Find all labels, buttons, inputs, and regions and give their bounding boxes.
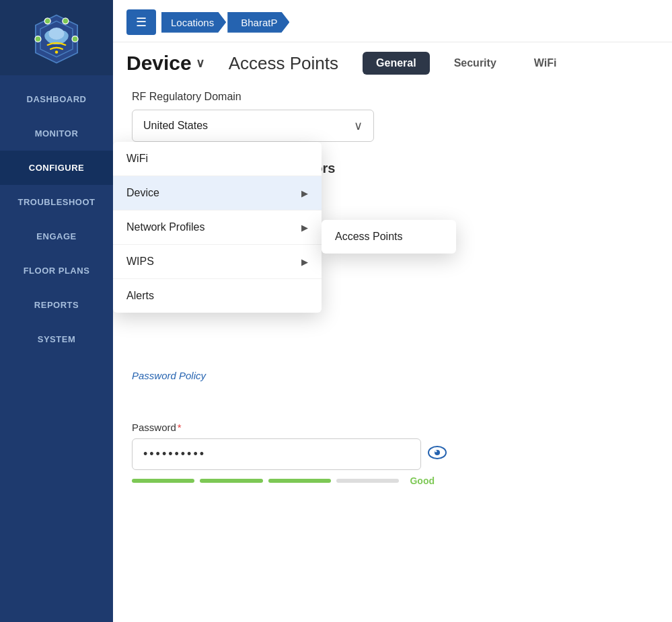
- svg-point-13: [435, 450, 437, 452]
- device-submenu: Access Points: [322, 220, 456, 254]
- required-star: *: [178, 422, 182, 433]
- rf-domain-chevron-icon: ∨: [354, 118, 363, 133]
- page-tabs: Device ∨ Access Points General Security …: [113, 42, 672, 75]
- breadcrumb-locations[interactable]: Locations: [161, 12, 226, 33]
- section-access-points-label: Access Points: [229, 53, 338, 74]
- svg-point-6: [55, 50, 58, 53]
- rf-domain-label: RF Regulatory Domain: [132, 91, 653, 103]
- configure-dropdown-menu: WiFi Device ▶ Access Points Network Prof: [113, 142, 322, 313]
- svg-point-8: [72, 36, 78, 42]
- svg-point-7: [35, 36, 41, 42]
- sidebar-item-configure[interactable]: CONFIGURE: [0, 151, 113, 185]
- svg-point-5: [48, 28, 64, 40]
- svg-point-9: [44, 18, 50, 24]
- password-input[interactable]: [132, 438, 421, 470]
- sidebar-item-reports[interactable]: REPORTS: [0, 288, 113, 322]
- password-policy-link[interactable]: Password Policy: [132, 370, 653, 381]
- dropdown-item-wifi[interactable]: WiFi: [113, 142, 322, 176]
- arrow-right-icon: ▶: [301, 188, 308, 198]
- breadcrumb: Locations BharatP: [161, 12, 291, 33]
- header-bar: ☰ Locations BharatP: [113, 0, 672, 42]
- arrow-right-icon-network: ▶: [301, 223, 308, 233]
- device-title[interactable]: Device ∨: [126, 52, 204, 75]
- rf-domain-value: United States: [143, 120, 208, 132]
- sidebar-item-system[interactable]: SYSTEM: [0, 322, 113, 356]
- content-area: RF Regulatory Domain United States ∨ ts …: [113, 75, 672, 622]
- sidebar-item-monitor[interactable]: MONITOR: [0, 116, 113, 151]
- tab-wifi[interactable]: WiFi: [521, 52, 570, 75]
- strength-bar-4: [336, 479, 399, 483]
- submenu-item-access-points[interactable]: Access Points: [322, 220, 456, 254]
- password-section: Password* Good: [132, 422, 653, 486]
- dropdown-item-network-profiles[interactable]: Network Profiles ▶: [113, 210, 322, 245]
- eye-icon[interactable]: [428, 446, 447, 463]
- main-content: ☰ Locations BharatP Device ∨ Access Poin…: [113, 0, 672, 622]
- rf-domain-select[interactable]: United States ∨: [132, 110, 374, 142]
- arrow-right-icon-wips: ▶: [301, 257, 308, 267]
- strength-bar-1: [132, 479, 194, 483]
- tab-security[interactable]: Security: [441, 52, 510, 75]
- dropdown-item-device[interactable]: Device ▶ Access Points: [113, 176, 322, 210]
- password-input-row: [132, 438, 653, 470]
- sidebar-logo: [0, 0, 113, 75]
- device-dropdown-icon: ∨: [196, 56, 204, 71]
- sidebar-item-engage[interactable]: ENGAGE: [0, 219, 113, 254]
- tab-general[interactable]: General: [363, 52, 430, 75]
- sidebar-item-dashboard[interactable]: DASHBOARD: [0, 82, 113, 116]
- dropdown-item-wips[interactable]: WIPS ▶: [113, 245, 322, 279]
- sidebar-navigation: DASHBOARD MONITOR CONFIGURE TROUBLESHOOT…: [0, 82, 113, 356]
- strength-label: Good: [410, 475, 435, 486]
- password-label: Password*: [132, 422, 653, 433]
- menu-button[interactable]: ☰: [126, 9, 156, 35]
- sidebar-item-floor-plans[interactable]: FLOOR PLANS: [0, 254, 113, 288]
- sidebar: DASHBOARD MONITOR CONFIGURE TROUBLESHOOT…: [0, 0, 113, 622]
- hamburger-icon: ☰: [136, 15, 147, 30]
- sidebar-item-troubleshoot[interactable]: TROUBLESHOOT: [0, 185, 113, 219]
- strength-bars: Good: [132, 475, 435, 486]
- svg-point-10: [63, 18, 69, 24]
- strength-bar-2: [200, 479, 262, 483]
- strength-bar-3: [268, 479, 331, 483]
- breadcrumb-bharatp[interactable]: BharatP: [227, 12, 289, 33]
- dropdown-item-alerts[interactable]: Alerts: [113, 279, 322, 313]
